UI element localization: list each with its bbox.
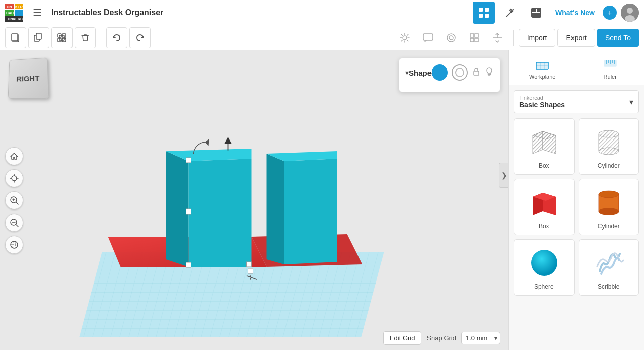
svg-rect-12 [485,14,489,18]
grid-icon[interactable] [464,27,485,48]
import-button[interactable]: Import [519,29,556,47]
workplane-icon [534,55,550,72]
duplicate-icon [34,33,44,43]
svg-line-74 [16,225,18,227]
view-cube[interactable]: RIGHT [8,58,53,103]
svg-rect-3 [15,10,23,16]
svg-rect-15 [537,8,541,12]
cylinder-gray-label: Cylinder [598,162,620,169]
avatar[interactable] [621,4,639,22]
shape-item-sphere-blue[interactable]: Sphere [514,239,575,296]
redo-icon [135,33,145,43]
solid-shape-button[interactable] [432,64,448,81]
svg-rect-44 [475,38,478,42]
svg-line-34 [401,34,402,35]
align-icon[interactable] [441,27,462,48]
cube-face-right[interactable]: RIGHT [8,57,49,98]
grid-view-icon[interactable] [473,2,495,24]
fit-view-button[interactable] [5,169,23,187]
svg-rect-55 [186,158,191,163]
zoom-in-button[interactable] [5,191,23,209]
ruler-button[interactable]: Ruler [577,50,645,85]
project-title: Instructables Desk Organiser [51,8,163,17]
delete-button[interactable] [75,27,96,48]
snap-grid-label: Snap Grid [426,334,456,342]
shape-item-cylinder-gray[interactable]: Cylinder [579,118,639,175]
add-user-button[interactable]: + [603,6,617,20]
light-icon[interactable] [394,27,415,48]
edit-grid-button[interactable]: Edit Grid [383,331,422,345]
topbar-right: What's New + [473,2,639,24]
gallery-icon-svg [531,7,542,18]
shape-item-box-red[interactable]: Box [514,179,575,235]
cylinder-orange-render [591,184,626,220]
delete-icon [80,33,90,43]
svg-point-40 [447,34,455,42]
shape-item-cylinder-orange[interactable]: Cylinder [579,179,639,235]
svg-rect-78 [474,71,479,75]
shape-panel-collapse-button[interactable]: ▾ [405,68,409,77]
lightbulb-icon-svg [485,67,494,76]
hollow-shape-button[interactable] [452,64,468,81]
workplane-button[interactable]: Workplane [509,50,577,85]
notes-icon-svg [422,32,434,43]
shapes-dropdown[interactable]: Tinkercad Basic Shapes ▾ [514,90,639,113]
gallery-icon[interactable] [525,2,547,24]
toolbar: Import Export Send To [0,25,644,50]
viewport[interactable]: RIGHT [0,50,508,350]
hamburger-icon[interactable]: ☰ [26,2,48,24]
orbit-icon [10,240,19,249]
grid-btn-icon-svg [469,32,480,43]
lock-icon[interactable] [472,67,481,79]
snap-grid-select[interactable]: 1.0 mm 0.5 mm 2.0 mm 5.0 mm [461,332,500,344]
svg-rect-28 [59,35,64,40]
svg-rect-10 [485,8,489,12]
box-red-render [526,184,561,220]
align-icon-svg [446,32,457,43]
cylinder-gray-render [591,124,626,159]
group-button[interactable] [51,27,73,48]
sphere-blue-svg [528,246,560,279]
svg-rect-56 [186,209,191,214]
orbit-button[interactable] [5,236,23,254]
speech-bubble-icon[interactable] [417,27,439,48]
duplicate-button[interactable] [28,27,49,48]
cylinder-orange-label: Cylinder [598,223,620,230]
svg-rect-43 [470,38,474,42]
toolbar-right: Import Export Send To [394,27,639,48]
shape-panel-title: Shape [409,68,432,77]
zoom-out-button[interactable] [5,214,23,232]
whats-new-button[interactable]: What's New [551,9,599,17]
copy-button[interactable] [5,27,26,48]
svg-line-37 [407,34,408,35]
sphere-blue-label: Sphere [534,283,554,290]
svg-point-102 [599,148,619,155]
shape-item-scribble[interactable]: Scribble [579,239,639,296]
tools-icon[interactable] [499,2,521,24]
svg-point-113 [599,191,619,198]
svg-rect-21 [12,34,18,41]
home-view-button[interactable] [5,147,23,165]
shapes-dropdown-category: Tinkercad [519,95,565,101]
tools-icon-svg [505,7,516,18]
svg-rect-11 [479,14,483,18]
redo-button[interactable] [129,27,151,48]
export-button[interactable]: Export [557,29,595,47]
undo-button[interactable] [106,27,127,48]
undo-icon [112,33,122,43]
flip-icon[interactable] [487,27,508,48]
panel-collapse-handle[interactable]: ❯ [499,163,508,188]
tinkercad-logo: TIN KER CAD TINKERCAD [5,4,23,22]
ruler-icon [602,55,618,72]
sphere-blue-render [526,245,561,280]
svg-point-110 [599,208,619,215]
bottom-bar: Edit Grid Snap Grid 1.0 mm 0.5 mm 2.0 mm… [383,331,500,345]
lightbulb-icon[interactable] [485,67,494,79]
svg-rect-16 [532,13,541,17]
shape-item-box-gray[interactable]: Box [514,118,575,175]
svg-text:CAD: CAD [6,11,14,15]
svg-marker-59 [205,139,209,146]
send-to-button[interactable]: Send To [597,29,639,47]
snap-grid-wrapper: 1.0 mm 0.5 mm 2.0 mm 5.0 mm [461,332,500,344]
cylinder-gray-svg [592,125,625,158]
